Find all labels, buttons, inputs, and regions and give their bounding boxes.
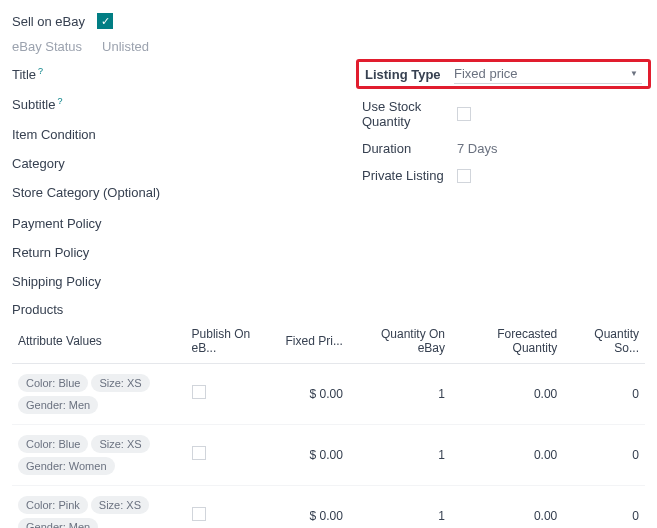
store-category-field[interactable]: Store Category (Optional) <box>12 178 362 209</box>
category-field[interactable]: Category <box>12 149 362 178</box>
attribute-badge[interactable]: Size: XS <box>91 496 149 514</box>
help-icon[interactable]: ? <box>38 66 43 76</box>
publish-cell <box>186 363 278 424</box>
fixed-price-cell[interactable]: $ 0.00 <box>277 363 348 424</box>
attribute-badge[interactable]: Gender: Men <box>18 396 98 414</box>
publish-checkbox[interactable] <box>192 385 206 399</box>
qty-sold-cell[interactable]: 0 <box>563 363 645 424</box>
attribute-values-cell: Color: PinkSize: XSGender: Men <box>12 485 186 528</box>
attribute-badge[interactable]: Size: XS <box>91 435 149 453</box>
subtitle-field[interactable]: Subtitle? <box>12 89 362 119</box>
attribute-values-cell: Color: BlueSize: XSGender: Women <box>12 424 186 485</box>
listing-type-select[interactable]: Fixed price ▼ <box>454 64 642 84</box>
fixed-price-cell[interactable]: $ 0.00 <box>277 485 348 528</box>
help-icon[interactable]: ? <box>57 96 62 106</box>
attribute-badge[interactable]: Gender: Men <box>18 518 98 528</box>
right-column: Listing Type Fixed price ▼ Use Stock Qua… <box>362 59 645 296</box>
col-quantity-on-ebay[interactable]: Quantity On eBay <box>349 319 451 364</box>
table-row[interactable]: Color: BlueSize: XSGender: Women$ 0.0010… <box>12 424 645 485</box>
qty-sold-cell[interactable]: 0 <box>563 424 645 485</box>
attribute-badge[interactable]: Size: XS <box>91 374 149 392</box>
col-forecasted-quantity[interactable]: Forecasted Quantity <box>451 319 563 364</box>
listing-type-label: Listing Type <box>365 67 454 82</box>
publish-cell <box>186 485 278 528</box>
use-stock-qty-label: Use Stock Quantity <box>362 99 457 129</box>
title-field[interactable]: Title? <box>12 59 362 89</box>
ebay-status-value: Unlisted <box>102 39 149 54</box>
use-stock-qty-checkbox[interactable] <box>457 107 471 121</box>
forecasted-cell[interactable]: 0.00 <box>451 363 563 424</box>
col-fixed-price[interactable]: Fixed Pri... <box>277 319 348 364</box>
left-column: Title? Subtitle? Item Condition Category… <box>12 59 362 296</box>
attribute-badge[interactable]: Color: Blue <box>18 435 88 453</box>
payment-policy-field[interactable]: Payment Policy <box>12 209 362 238</box>
publish-checkbox[interactable] <box>192 446 206 460</box>
private-listing-checkbox[interactable] <box>457 169 471 183</box>
listing-type-highlight: Listing Type Fixed price ▼ <box>356 59 651 89</box>
table-row[interactable]: Color: BlueSize: XSGender: Men$ 0.0010.0… <box>12 363 645 424</box>
products-table: Attribute Values Publish On eB... Fixed … <box>12 319 645 528</box>
publish-checkbox[interactable] <box>192 507 206 521</box>
fixed-price-cell[interactable]: $ 0.00 <box>277 424 348 485</box>
private-listing-row: Private Listing <box>362 162 645 189</box>
forecasted-cell[interactable]: 0.00 <box>451 424 563 485</box>
col-attribute-values[interactable]: Attribute Values <box>12 319 186 364</box>
col-quantity-sold[interactable]: Quantity So... <box>563 319 645 364</box>
subtitle-label: Subtitle <box>12 98 55 113</box>
sell-on-ebay-label: Sell on eBay <box>12 14 85 29</box>
item-condition-field[interactable]: Item Condition <box>12 120 362 149</box>
attribute-values-cell: Color: BlueSize: XSGender: Men <box>12 363 186 424</box>
ebay-status-row: eBay Status Unlisted <box>12 34 645 59</box>
form-columns: Title? Subtitle? Item Condition Category… <box>12 59 645 296</box>
attribute-badge[interactable]: Gender: Women <box>18 457 115 475</box>
products-section-title: Products <box>12 296 645 319</box>
duration-label: Duration <box>362 141 457 156</box>
listing-type-value: Fixed price <box>454 66 518 81</box>
qty-sold-cell[interactable]: 0 <box>563 485 645 528</box>
forecasted-cell[interactable]: 0.00 <box>451 485 563 528</box>
ebay-status-label: eBay Status <box>12 39 82 54</box>
duration-value[interactable]: 7 Days <box>457 141 497 156</box>
private-listing-label: Private Listing <box>362 168 457 183</box>
publish-cell <box>186 424 278 485</box>
table-header-row: Attribute Values Publish On eB... Fixed … <box>12 319 645 364</box>
table-row[interactable]: Color: PinkSize: XSGender: Men$ 0.0010.0… <box>12 485 645 528</box>
return-policy-field[interactable]: Return Policy <box>12 238 362 267</box>
shipping-policy-field[interactable]: Shipping Policy <box>12 267 362 296</box>
duration-row: Duration 7 Days <box>362 135 645 162</box>
sell-on-ebay-checkbox[interactable]: ✓ <box>97 13 113 29</box>
attribute-badge[interactable]: Color: Blue <box>18 374 88 392</box>
col-publish-on-ebay[interactable]: Publish On eB... <box>186 319 278 364</box>
use-stock-qty-row: Use Stock Quantity <box>362 93 645 135</box>
qty-ebay-cell[interactable]: 1 <box>349 424 451 485</box>
qty-ebay-cell[interactable]: 1 <box>349 363 451 424</box>
attribute-badge[interactable]: Color: Pink <box>18 496 88 514</box>
qty-ebay-cell[interactable]: 1 <box>349 485 451 528</box>
sell-on-ebay-row: Sell on eBay ✓ <box>12 8 645 34</box>
chevron-down-icon: ▼ <box>630 69 638 78</box>
title-label: Title <box>12 67 36 82</box>
